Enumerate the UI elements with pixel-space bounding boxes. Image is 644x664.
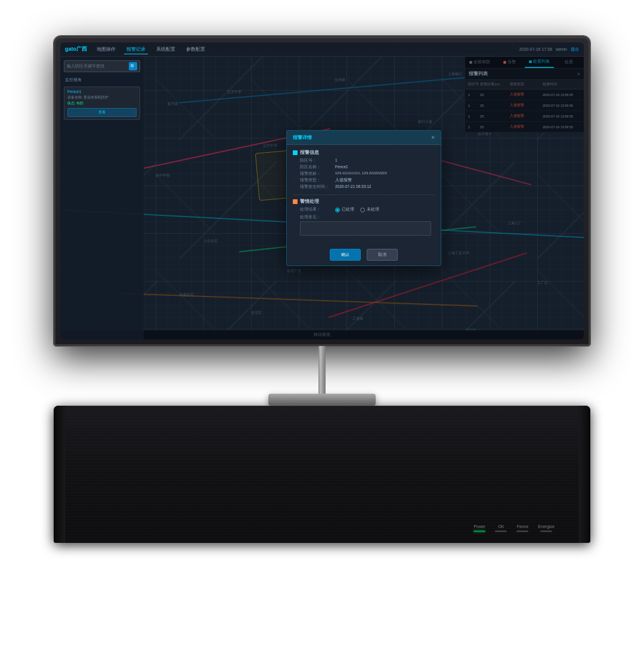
modal-field-coords: 报警坐标： 123.111111111, 123.222222222: [293, 171, 435, 177]
search-button[interactable]: 🔍: [129, 62, 137, 70]
modal-process-result-row: 处理结果： 已处理: [293, 207, 435, 212]
left-sidebar: 输入防区关键字查找 🔍 监控视角 Fence1 设备名称: 更远坐探机防护 状态…: [60, 57, 144, 339]
pc-indicator-ok: OK: [495, 524, 507, 532]
pc-indicator-energize-light: [540, 530, 552, 532]
device-name: Fence1: [67, 89, 137, 94]
pc-indicator-energize: Energize: [538, 524, 555, 532]
nav-menu-alarm[interactable]: 报警记录: [124, 45, 148, 54]
nav-user: admin: [556, 47, 567, 51]
nav-date: 2020-07-16 17:38: [519, 47, 552, 51]
pc-case-wrapper: Power OK Fence Energize: [54, 406, 590, 543]
modal-field-type: 报警类型： 入侵报警: [293, 178, 435, 183]
search-box[interactable]: 输入防区关键字查找 🔍: [64, 60, 140, 72]
monitor-bezel: 宝才中学 延平路 宝才中学 上海商场 上海大厦 上海工业大学 中庭住宅 金地产业…: [60, 42, 584, 339]
modal-radio-group: 已处理 未处理: [335, 207, 379, 212]
modal-field-time: 报警发生时间： 2020-07-21 06:33:12: [293, 184, 435, 190]
radio-processed-dot: [336, 209, 339, 211]
modal-header: 报警详情 ×: [287, 131, 441, 145]
device-action-btn[interactable]: 查看: [67, 108, 137, 117]
modal-textarea[interactable]: [300, 221, 431, 236]
search-placeholder: 输入防区关键字查找: [67, 63, 129, 69]
modal-divider: [293, 194, 435, 195]
modal-section-info: 报警信息 防区号： 1 防区名称： Fence1: [293, 150, 435, 190]
radio-unprocessed-circle: [360, 208, 365, 212]
pc-indicator-power-light: [473, 530, 485, 532]
modal-section-process-icon: [293, 199, 298, 204]
modal-section-process: 警情处理 处理结果： 已处理: [293, 199, 435, 236]
modal-footer: 确认 取消: [287, 245, 441, 265]
monitor-frame: 宝才中学 延平路 宝才中学 上海商场 上海大厦 上海工业大学 中庭住宅 金地产业…: [54, 36, 590, 346]
pc-indicator-ok-label: OK: [498, 524, 504, 529]
nav-menu-map[interactable]: 地图操作: [94, 45, 118, 54]
modal-status-row: 处理意见：: [293, 215, 435, 220]
modal-section-info-icon: [293, 150, 298, 155]
modal-cancel-button[interactable]: 取消: [367, 249, 398, 261]
nav-logout[interactable]: 退出: [571, 47, 579, 52]
monitor-stand: [318, 346, 326, 394]
device-status: 状态: 布防: [67, 101, 137, 106]
nav-menu: 地图操作 报警记录 系统配置 参数配置: [94, 45, 519, 54]
modal-overlay: 报警详情 × 报警信息 防区号： 1: [144, 57, 584, 339]
pc-case-right-edge: [578, 406, 590, 543]
modal-body: 报警信息 防区号： 1 防区名称： Fence1: [287, 145, 441, 245]
modal-title: 报警详情: [293, 134, 312, 141]
modal-section-info-title: 报警信息: [300, 150, 319, 156]
pc-indicator-ok-light: [495, 530, 507, 532]
device-detail: 设备名称: 更远坐探机防护: [67, 95, 137, 100]
radio-processed-circle: [335, 208, 340, 212]
nav-right: 2020-07-16 17:38 admin 退出: [519, 47, 579, 52]
modal-close-button[interactable]: ×: [431, 134, 435, 141]
nav-menu-config[interactable]: 系统配置: [154, 45, 178, 54]
modal-section-process-title: 警情处理: [300, 199, 319, 205]
pc-front-panel: Power OK Fence Energize: [473, 524, 555, 532]
pc-case-left-edge: [54, 406, 66, 543]
pc-indicator-energize-label: Energize: [538, 524, 555, 529]
navbar: gato广西 地图操作 报警记录 系统配置 参数配置 2020-07-16 17…: [60, 42, 584, 57]
modal-field-zone: 防区号： 1: [293, 158, 435, 163]
modal-field-name: 防区名称： Fence1: [293, 165, 435, 170]
modal-confirm-button[interactable]: 确认: [330, 249, 361, 261]
sidebar-section-title: 监控视角: [64, 77, 140, 83]
pc-case: Power OK Fence Energize: [54, 406, 590, 543]
sidebar-device-item[interactable]: Fence1 设备名称: 更远坐探机防护 状态: 布防 查看: [64, 87, 140, 120]
pc-indicator-fence-label: Fence: [517, 524, 528, 529]
pc-indicator-fence-light: [516, 530, 528, 532]
monitor-base: [268, 394, 376, 406]
pc-indicator-power: Power: [473, 524, 485, 532]
modal-section-info-header: 报警信息: [293, 150, 435, 156]
modal-dialog: 报警详情 × 报警信息 防区号： 1: [286, 130, 441, 266]
pc-indicator-power-label: Power: [473, 524, 485, 529]
nav-logo: gato广西: [65, 45, 87, 53]
radio-processed[interactable]: 已处理: [335, 207, 354, 212]
radio-unprocessed[interactable]: 未处理: [360, 207, 379, 212]
nav-menu-params[interactable]: 参数配置: [184, 45, 208, 54]
monitor-wrapper: 宝才中学 延平路 宝才中学 上海商场 上海大厦 上海工业大学 中庭住宅 金地产业…: [54, 36, 590, 406]
screen: 宝才中学 延平路 宝才中学 上海商场 上海大厦 上海工业大学 中庭住宅 金地产业…: [60, 42, 584, 339]
modal-section-process-header: 警情处理: [293, 199, 435, 205]
pc-indicator-fence: Fence: [516, 524, 528, 532]
